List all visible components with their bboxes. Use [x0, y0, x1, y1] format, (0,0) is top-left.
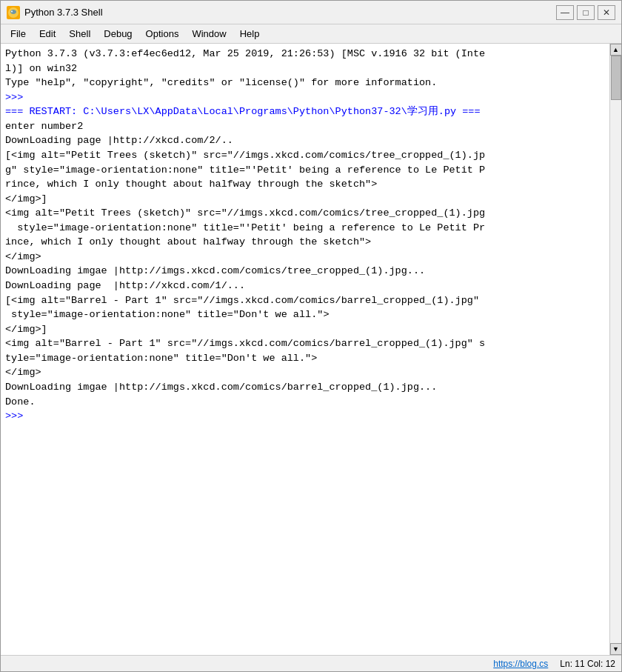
window-title: Python 3.7.3 Shell — [24, 7, 556, 18]
content-area: Python 3.7.3 (v3.7.3:ef4ec6ed12, Mar 25 … — [1, 44, 621, 655]
menu-edit[interactable]: Edit — [33, 26, 62, 41]
menu-bar: File Edit Shell Debug Options Window Hel… — [1, 24, 621, 44]
menu-shell[interactable]: Shell — [62, 26, 97, 41]
scrollbar[interactable]: ▲ ▼ — [609, 44, 621, 655]
python-shell-window: Python 3.7.3 Shell — □ ✕ File Edit Shell… — [0, 0, 622, 672]
menu-debug[interactable]: Debug — [97, 26, 138, 41]
minimize-button[interactable]: — — [556, 5, 574, 20]
scroll-thumb[interactable] — [611, 56, 621, 100]
menu-help[interactable]: Help — [233, 26, 267, 41]
scroll-up-button[interactable]: ▲ — [610, 44, 622, 56]
scroll-track[interactable] — [611, 56, 621, 643]
menu-file[interactable]: File — [4, 26, 33, 41]
title-bar: Python 3.7.3 Shell — □ ✕ — [1, 1, 621, 24]
maximize-button[interactable]: □ — [577, 5, 595, 20]
window-icon — [7, 6, 20, 19]
status-link[interactable]: https://blog.cs — [493, 659, 548, 669]
scroll-down-button[interactable]: ▼ — [610, 643, 622, 655]
window-controls: — □ ✕ — [556, 5, 615, 20]
svg-point-1 — [11, 10, 13, 12]
close-button[interactable]: ✕ — [598, 5, 615, 20]
shell-output[interactable]: Python 3.7.3 (v3.7.3:ef4ec6ed12, Mar 25 … — [1, 44, 609, 655]
menu-window[interactable]: Window — [185, 26, 233, 41]
menu-options[interactable]: Options — [139, 26, 186, 41]
status-bar: https://blog.cs Ln: 11 Col: 12 — [1, 655, 621, 671]
status-position: Ln: 11 Col: 12 — [560, 659, 615, 669]
